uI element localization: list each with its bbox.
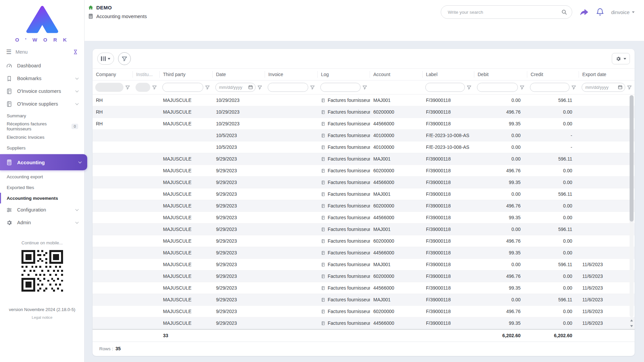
table-row[interactable]: MAJUSCULE 9/29/2023 Factures fournisseur… xyxy=(93,282,635,294)
funnel-icon[interactable] xyxy=(310,85,315,90)
filter-input-invoice[interactable] xyxy=(268,83,308,92)
table-row[interactable]: MAJUSCULE 9/29/2023 Factures fournisseur… xyxy=(93,270,635,282)
sidebar-subitem-accounting-export[interactable]: Accounting export xyxy=(0,171,84,182)
search-input[interactable] xyxy=(447,9,561,15)
table-row[interactable]: MAJUSCULE 9/29/2023 Factures fournisseur… xyxy=(93,294,635,306)
filter-input-credit[interactable] xyxy=(530,83,570,92)
cell-date: 10/5/2023 xyxy=(213,133,265,138)
share-arrow-icon[interactable] xyxy=(579,7,589,17)
bell-icon[interactable] xyxy=(596,8,604,16)
column-chooser-button[interactable] xyxy=(97,53,114,65)
table-row[interactable]: RH MAJUSCULE 10/29/2023 Factures fournis… xyxy=(93,118,635,130)
home-icon[interactable] xyxy=(88,5,94,10)
funnel-icon[interactable] xyxy=(205,85,210,90)
column-header-third-party[interactable]: Third party xyxy=(160,71,213,78)
table-row[interactable]: MAJUSCULE 9/29/2023 Factures fournisseur… xyxy=(93,200,635,212)
funnel-icon[interactable] xyxy=(152,85,157,90)
cell-debit: 99.35 xyxy=(474,320,527,326)
table-row[interactable]: MAJUSCULE 9/29/2023 Factures fournisseur… xyxy=(93,317,635,329)
table-rows-container: RH MAJUSCULE 10/29/2023 Factures fournis… xyxy=(93,95,635,329)
grid-settings-button[interactable] xyxy=(612,53,630,64)
sidebar-item-label: Accounting xyxy=(17,160,45,165)
funnel-icon[interactable] xyxy=(467,85,472,90)
cell-log-text: Factures fournisseurs xyxy=(328,262,370,267)
chevron-down-icon xyxy=(632,11,635,13)
filter-input-export-date[interactable] xyxy=(582,83,625,92)
column-header-credit[interactable]: Credit xyxy=(527,71,579,78)
cell-third-party: MAJUSCULE xyxy=(160,320,213,326)
table-row[interactable]: RH MAJUSCULE 10/29/2023 Factures fournis… xyxy=(93,95,635,106)
cell-log-text: Factures fournisseurs xyxy=(328,144,370,150)
sidebar-subitem-electronic-invoices[interactable]: Electronic Invoices xyxy=(0,132,84,142)
sidebar-item-bookmarks[interactable]: Bookmarks xyxy=(0,72,84,85)
table-row[interactable]: MAJUSCULE 9/29/2023 Factures fournisseur… xyxy=(93,247,635,259)
table-row[interactable]: MAJUSCULE 9/29/2023 Factures fournisseur… xyxy=(93,188,635,200)
legal-notice-link[interactable]: Legal notice xyxy=(0,315,84,319)
journal-icon xyxy=(321,133,325,138)
filter-input-date[interactable] xyxy=(215,83,256,92)
table-row[interactable]: MAJUSCULE 9/29/2023 Factures fournisseur… xyxy=(93,259,635,270)
table-row[interactable]: MAJUSCULE 9/29/2023 Factures fournisseur… xyxy=(93,153,635,165)
sidebar-subitem-receptions[interactable]: Réceptions factures fournisseurs 0 xyxy=(0,121,84,132)
table-row[interactable]: RH MAJUSCULE 10/29/2023 Factures fournis… xyxy=(93,106,635,118)
column-header-log[interactable]: Log xyxy=(318,71,370,78)
chevron-down-icon xyxy=(75,76,79,79)
table-row[interactable]: 10/5/2023 Factures fournisseurs 40100000… xyxy=(93,130,635,141)
filter-input-label[interactable] xyxy=(425,83,465,92)
sidebar-item-oinvoice-customers[interactable]: O'Invoice customers xyxy=(0,85,84,98)
table-row[interactable]: MAJUSCULE 9/29/2023 Factures fournisseur… xyxy=(93,212,635,224)
magnifier-icon[interactable] xyxy=(561,9,567,15)
scroll-up-button[interactable] xyxy=(630,318,634,323)
scroll-down-button[interactable] xyxy=(630,323,634,328)
funnel-icon[interactable] xyxy=(627,85,632,90)
table-row[interactable]: 10/5/2023 Factures fournisseurs 40100000… xyxy=(93,141,635,153)
table-row[interactable]: MAJUSCULE 9/29/2023 Factures fournisseur… xyxy=(93,235,635,247)
cell-log: Factures fournisseurs xyxy=(318,250,370,255)
table-row[interactable]: MAJUSCULE 9/29/2023 Factures fournisseur… xyxy=(93,224,635,235)
sidebar-subitem-suppliers[interactable]: Suppliers xyxy=(0,142,84,153)
column-header-company[interactable]: Company xyxy=(93,71,133,78)
hourglass-icon[interactable] xyxy=(73,49,78,55)
filter-input-third-party[interactable] xyxy=(162,83,203,92)
funnel-icon[interactable] xyxy=(520,85,525,90)
table-row[interactable]: MAJUSCULE 9/29/2023 Factures fournisseur… xyxy=(93,165,635,177)
column-header-invoice[interactable]: Invoice xyxy=(265,71,318,78)
sidebar-subitem-summary[interactable]: Summary xyxy=(0,110,84,121)
filter-input-log[interactable] xyxy=(320,83,361,92)
funnel-icon[interactable] xyxy=(125,85,130,90)
scrollbar-track[interactable] xyxy=(630,95,634,317)
workspace-name[interactable]: DEMO xyxy=(96,5,112,10)
sidebar-subitem-accounting-movements[interactable]: Accounting movements xyxy=(0,193,84,203)
funnel-icon[interactable] xyxy=(257,85,263,90)
hamburger-icon[interactable]: ☰ xyxy=(6,49,11,55)
sidebar-item-accounting[interactable]: Accounting xyxy=(0,154,87,170)
column-header-label[interactable]: Label xyxy=(423,71,474,78)
journal-icon xyxy=(321,122,325,126)
column-header-export-date[interactable]: Export date xyxy=(579,71,635,78)
cell-date: 10/29/2023 xyxy=(213,109,265,115)
table-row[interactable]: MAJUSCULE 9/29/2023 Factures fournisseur… xyxy=(93,306,635,317)
chevron-down-icon xyxy=(75,89,79,92)
column-header-debit[interactable]: Debit xyxy=(474,71,527,78)
user-menu[interactable]: dinvoice xyxy=(611,9,635,15)
journal-icon xyxy=(321,204,325,208)
filter-input-debit[interactable] xyxy=(477,83,518,92)
ledger-icon xyxy=(6,101,13,107)
sidebar-item-dashboard[interactable]: Dashboard xyxy=(0,59,84,72)
funnel-icon[interactable] xyxy=(571,85,577,90)
sidebar-item-admin[interactable]: Admin xyxy=(0,216,84,229)
calculator-icon xyxy=(88,13,94,19)
funnel-icon[interactable] xyxy=(362,85,368,90)
journal-icon xyxy=(321,110,325,114)
column-header-date[interactable]: Date xyxy=(213,71,265,78)
sidebar-subitem-exported-files[interactable]: Exported files xyxy=(0,182,84,193)
sidebar-item-configuration[interactable]: Configuration xyxy=(0,203,84,216)
filter-button[interactable] xyxy=(118,52,131,65)
table-row[interactable]: MAJUSCULE 9/29/2023 Factures fournisseur… xyxy=(93,177,635,188)
column-header-account[interactable]: Account xyxy=(370,71,423,78)
cell-credit: 596.11 xyxy=(527,156,579,162)
content: Company Institu... Third party Date Invo… xyxy=(85,41,644,362)
sidebar-item-oinvoice-suppliers[interactable]: O'Invoice suppliers xyxy=(0,98,84,110)
scrollbar-thumb[interactable] xyxy=(630,95,634,222)
column-header-institution[interactable]: Institu... xyxy=(133,71,160,78)
